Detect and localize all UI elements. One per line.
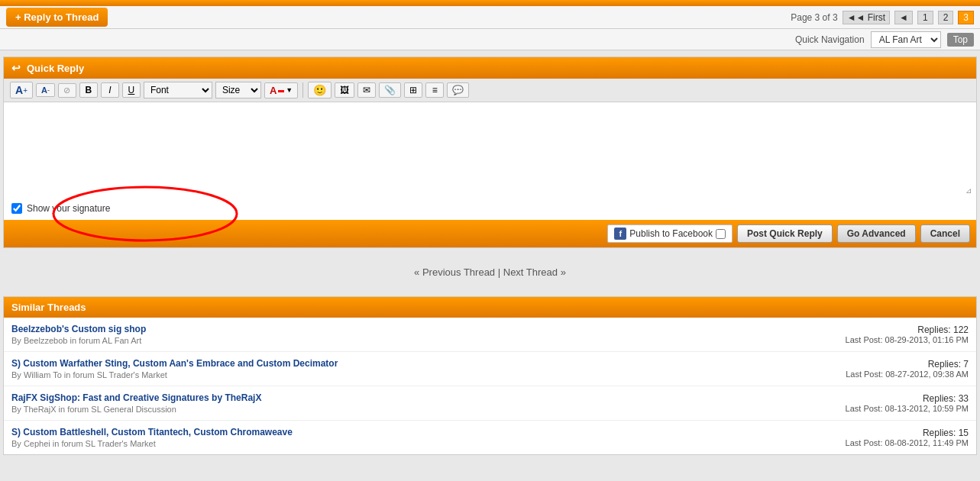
similar-threads-list: Beelzzebob's Custom sig shop By Beelzzeb…: [4, 318, 976, 454]
first-page-button[interactable]: ◄◄ First: [843, 11, 890, 24]
list-button[interactable]: ≡: [425, 82, 444, 98]
font-select[interactable]: Font: [144, 82, 212, 98]
go-advanced-button[interactable]: Go Advanced: [837, 224, 916, 243]
last-post-date: Last Post: 08-13-2012, 10:59 PM: [846, 404, 969, 413]
quick-reply-header: ↩ Quick Reply: [4, 57, 976, 79]
quick-reply-container: ↩ Quick Reply A+ A- ⊘ B I U Font Size A …: [3, 56, 977, 248]
replies-count: Replies: 7: [846, 359, 969, 370]
similar-threads-header: Similar Threads: [4, 297, 976, 318]
similar-thread-row: S) Custom Warfather Sting, Custom Aan's …: [4, 352, 976, 386]
thread-info: Beelzzebob's Custom sig shop By Beelzzeb…: [11, 324, 846, 345]
decrease-font-size-button[interactable]: A-: [36, 83, 55, 97]
thread-stats: Replies: 7 Last Post: 08-27-2012, 09:38 …: [846, 359, 969, 379]
last-post-date: Last Post: 08-27-2012, 09:38 AM: [846, 370, 969, 379]
page-3-button[interactable]: 3: [958, 11, 974, 24]
size-select[interactable]: Size: [215, 82, 261, 98]
attachment-button[interactable]: 📎: [379, 82, 401, 98]
code-button[interactable]: 💬: [447, 82, 469, 98]
thread-subtitle: By Beelzzebob in forum AL Fan Art: [11, 336, 846, 345]
replies-count: Replies: 33: [846, 393, 969, 404]
thread-title-link[interactable]: RajFX SigShop: Fast and Creative Signatu…: [11, 392, 846, 403]
quick-reply-title: Quick Reply: [27, 63, 84, 74]
signature-label: Show your signature: [27, 203, 110, 214]
email-button[interactable]: ✉: [357, 82, 376, 98]
prev-page-button[interactable]: ◄: [894, 11, 913, 24]
thread-subtitle: By Cephei in forum SL Trader's Market: [11, 439, 846, 448]
replies-count: Replies: 15: [846, 428, 969, 438]
editor-toolbar: A+ A- ⊘ B I U Font Size A ▼ 🙂 🖼 ✉ 📎: [4, 79, 976, 102]
post-quick-reply-button[interactable]: Post Quick Reply: [737, 224, 833, 243]
image-button[interactable]: 🖼: [335, 82, 354, 98]
replies-count: Replies: 122: [846, 324, 969, 335]
cancel-button[interactable]: Cancel: [920, 224, 970, 243]
bold-button[interactable]: B: [79, 82, 98, 98]
quick-nav-bar: Quick Navigation AL Fan Art Top: [0, 29, 980, 50]
similar-thread-row: S) Custom Battleshell, Custom Titantech,…: [4, 421, 976, 454]
page-label: Page 3 of 3: [791, 12, 837, 23]
thread-info: RajFX SigShop: Fast and Creative Signatu…: [11, 392, 846, 414]
emoji-button[interactable]: 🙂: [308, 82, 332, 98]
quick-nav-label: Quick Navigation: [795, 34, 865, 45]
facebook-icon: f: [614, 228, 626, 240]
thread-info: S) Custom Warfather Sting, Custom Aan's …: [11, 358, 846, 379]
prev-thread-link[interactable]: « Previous Thread: [414, 266, 495, 278]
thread-subtitle: By William To in forum SL Trader's Marke…: [11, 370, 846, 379]
page-1-button[interactable]: 1: [917, 11, 933, 24]
thread-subtitle: By TheRajX in forum SL General Discussio…: [11, 405, 846, 414]
last-post-date: Last Post: 08-29-2013, 01:16 PM: [846, 335, 969, 344]
pagination-area: Page 3 of 3 ◄◄ First ◄ 1 2 3: [791, 11, 974, 24]
publish-facebook-checkbox[interactable]: [716, 229, 726, 239]
font-color-button[interactable]: A ▼: [264, 82, 298, 98]
underline-button[interactable]: U: [122, 82, 141, 98]
signature-checkbox[interactable]: [11, 203, 22, 214]
similar-threads-container: Similar Threads Beelzzebob's Custom sig …: [3, 296, 977, 455]
thread-stats: Replies: 122 Last Post: 08-29-2013, 01:1…: [846, 324, 969, 344]
similar-thread-row: Beelzzebob's Custom sig shop By Beelzzeb…: [4, 318, 976, 352]
thread-title-link[interactable]: S) Custom Battleshell, Custom Titantech,…: [11, 427, 846, 437]
action-bar: f Publish to Facebook Post Quick Reply G…: [4, 220, 976, 247]
remove-format-button[interactable]: ⊘: [58, 83, 76, 98]
toolbar-separator-1: [302, 82, 303, 98]
quick-nav-select[interactable]: AL Fan Art: [871, 31, 941, 48]
resize-handle[interactable]: ⊿: [965, 186, 975, 195]
page-2-button[interactable]: 2: [938, 11, 954, 24]
next-thread-link[interactable]: Next Thread »: [503, 266, 566, 278]
last-post-date: Last Post: 08-08-2012, 11:49 PM: [846, 438, 969, 447]
italic-button[interactable]: I: [101, 82, 119, 98]
signature-row: Show your signature: [4, 197, 976, 220]
thread-title-link[interactable]: Beelzzebob's Custom sig shop: [11, 324, 846, 334]
reply-editor[interactable]: [4, 102, 976, 195]
table-button[interactable]: ⊞: [404, 82, 422, 98]
reply-icon: ↩: [11, 62, 21, 74]
editor-wrapper: ⊿: [4, 102, 976, 197]
top-link[interactable]: Top: [947, 33, 974, 47]
publish-facebook-label: Publish to Facebook: [629, 228, 713, 239]
publish-facebook-button[interactable]: f Publish to Facebook: [607, 224, 733, 243]
thread-stats: Replies: 15 Last Post: 08-08-2012, 11:49…: [846, 428, 969, 447]
thread-title-link[interactable]: S) Custom Warfather Sting, Custom Aan's …: [11, 358, 846, 369]
reply-to-thread-button[interactable]: Reply to Thread: [6, 8, 108, 27]
thread-nav-separator: |: [498, 266, 500, 278]
similar-thread-row: RajFX SigShop: Fast and Creative Signatu…: [4, 386, 976, 421]
thread-stats: Replies: 33 Last Post: 08-13-2012, 10:59…: [846, 393, 969, 413]
thread-info: S) Custom Battleshell, Custom Titantech,…: [11, 427, 846, 448]
increase-font-size-button[interactable]: A+: [10, 82, 33, 98]
thread-nav: « Previous Thread | Next Thread »: [0, 254, 980, 290]
